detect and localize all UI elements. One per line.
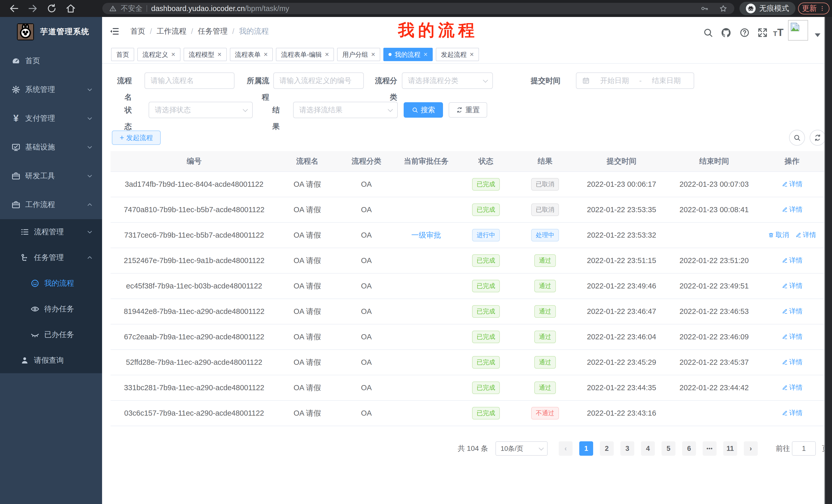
breadcrumb-item[interactable]: 首页 xyxy=(130,26,145,36)
end-date-placeholder[interactable]: 结束日期 xyxy=(645,76,688,86)
tab-label: 流程表单 xyxy=(235,50,261,59)
page-button-1[interactable]: 1 xyxy=(579,441,593,456)
detail-link[interactable]: 详情 xyxy=(782,281,803,290)
search-icon[interactable] xyxy=(703,27,713,38)
close-icon[interactable]: × xyxy=(325,51,329,58)
sidebar-item-leave-query[interactable]: 请假查询 xyxy=(0,347,102,373)
kebab-menu-icon[interactable] xyxy=(819,5,826,12)
caret-down-icon[interactable] xyxy=(815,33,821,37)
window-scrollbar-strip[interactable] xyxy=(824,17,832,504)
browser-chrome: 不安全 dashboard.yudao.iocoder.cn/bpm/task/… xyxy=(0,0,832,17)
current-task-link[interactable]: 一级审批 xyxy=(411,231,441,239)
prev-page-button[interactable]: ‹ xyxy=(559,441,573,456)
key-icon[interactable] xyxy=(700,4,709,12)
tab-start-process[interactable]: 发起流程× xyxy=(436,48,479,61)
back-arrow-icon[interactable] xyxy=(9,3,20,14)
sidebar-item-workflow[interactable]: 工作流程 xyxy=(0,190,102,219)
start-process-button[interactable]: + 发起流程 xyxy=(112,131,161,145)
process-name-input[interactable]: 请输入流程名 xyxy=(145,73,234,89)
breadcrumb-item[interactable]: 任务管理 xyxy=(198,26,228,36)
detail-link[interactable]: 详情 xyxy=(782,358,803,367)
star-icon[interactable] xyxy=(719,4,728,13)
sidebar-item-done-tasks[interactable]: 已办任务 xyxy=(0,322,102,347)
start-date-placeholder[interactable]: 开始日期 xyxy=(593,76,636,86)
help-icon[interactable] xyxy=(739,27,750,38)
close-icon[interactable]: × xyxy=(171,51,175,58)
detail-link[interactable]: 详情 xyxy=(782,409,803,417)
page-button-4[interactable]: 4 xyxy=(641,441,655,456)
warning-icon xyxy=(109,5,117,12)
sidebar-item-todo-tasks[interactable]: 待办任务 xyxy=(0,296,102,322)
result-select[interactable]: 请选择流结果 xyxy=(293,102,398,118)
status-select[interactable]: 请选择状态 xyxy=(149,102,253,118)
sidebar-item-system-mgmt[interactable]: 系统管理 xyxy=(0,75,102,104)
submit-time-daterange[interactable]: 开始日期 - 结束日期 xyxy=(576,73,694,89)
close-icon[interactable]: × xyxy=(371,51,375,58)
detail-link[interactable]: 详情 xyxy=(782,179,803,189)
cell-operations: 详情 xyxy=(760,172,824,197)
fullscreen-icon[interactable] xyxy=(757,27,768,38)
close-icon[interactable]: × xyxy=(423,51,427,58)
process-category-select[interactable]: 请选择流程分类 xyxy=(402,73,493,89)
sidebar-item-dev-tools[interactable]: 研发工具 xyxy=(0,162,102,190)
owning-process-input[interactable]: 请输入流程定义的编号 xyxy=(273,73,364,89)
tab-home[interactable]: 首页 xyxy=(111,48,134,61)
home-icon[interactable] xyxy=(65,3,76,14)
page-button-5[interactable]: 5 xyxy=(661,441,675,456)
toolbar-search-toggle-button[interactable] xyxy=(789,130,805,146)
search-button[interactable]: 搜索 xyxy=(404,102,443,118)
close-icon[interactable]: × xyxy=(470,51,474,58)
edit-pen-icon xyxy=(782,206,788,213)
update-button[interactable]: 更新 xyxy=(798,3,829,15)
sidebar-item-payment-mgmt[interactable]: ¥支付管理 xyxy=(0,104,102,133)
detail-link[interactable]: 详情 xyxy=(782,256,803,265)
security-label[interactable]: 不安全 xyxy=(121,4,142,13)
toolbar-refresh-button[interactable] xyxy=(810,130,826,146)
table-row: ec45f38f-7b9a-11ec-b03b-acde48001122OA 请… xyxy=(110,273,824,299)
cell-submit-time: 2022-01-22 23:46:47 xyxy=(575,299,669,324)
reset-button[interactable]: 重置 xyxy=(449,102,487,118)
sidebar-item-task-mgmt[interactable]: 任务管理 xyxy=(0,245,102,271)
sidebar-item-infrastructure[interactable]: 基础设施 xyxy=(0,133,102,162)
page-size-select[interactable]: 10条/页 xyxy=(495,441,548,456)
chevron-down-icon xyxy=(86,144,93,151)
detail-link[interactable]: 详情 xyxy=(782,205,803,214)
sidebar-item-process-mgmt[interactable]: 流程管理 xyxy=(0,219,102,245)
detail-link[interactable]: 详情 xyxy=(782,383,803,392)
address-bar[interactable]: 不安全 dashboard.yudao.iocoder.cn/bpm/task/… xyxy=(102,3,734,14)
tags-view-bar: 首页流程定义×流程模型×流程表单×流程表单-编辑×用户分组×我的流程×发起流程× xyxy=(102,46,824,64)
more-pages-button[interactable]: ••• xyxy=(703,441,717,456)
table-row: 819442e8-7b9a-11ec-a290-acde48001122OA 请… xyxy=(110,299,824,324)
close-icon[interactable]: × xyxy=(217,51,222,58)
breadcrumb-item[interactable]: 工作流程 xyxy=(157,26,186,36)
tab-user-group[interactable]: 用户分组× xyxy=(337,48,380,61)
sidebar-item-home[interactable]: 首页 xyxy=(0,47,102,75)
tab-my-process[interactable]: 我的流程× xyxy=(383,48,433,61)
total-count: 共 104 条 xyxy=(458,441,488,456)
page-button-6[interactable]: 6 xyxy=(682,441,696,456)
detail-link[interactable]: 详情 xyxy=(782,332,803,341)
cancel-link[interactable]: 取消 xyxy=(768,230,789,240)
avatar[interactable] xyxy=(788,20,808,40)
collapse-sidebar-icon[interactable] xyxy=(109,26,120,36)
tab-process-definition[interactable]: 流程定义× xyxy=(137,48,181,61)
detail-link[interactable]: 详情 xyxy=(782,307,803,316)
page-button-2[interactable]: 2 xyxy=(600,441,614,456)
tab-process-model[interactable]: 流程模型× xyxy=(184,48,227,61)
breadcrumb: 首页/工作流程/任务管理/我的流程 xyxy=(130,17,269,46)
reload-icon[interactable] xyxy=(46,3,57,14)
logo-avatar xyxy=(17,23,34,40)
tab-process-form-edit[interactable]: 流程表单-编辑× xyxy=(276,48,334,61)
goto-page-input[interactable]: 1 xyxy=(792,441,816,456)
tab-process-form[interactable]: 流程表单× xyxy=(230,48,273,61)
sidebar-menu: 首页系统管理¥支付管理基础设施研发工具工作流程流程管理任务管理我的流程待办任务已… xyxy=(0,47,102,373)
sidebar-item-my-process[interactable]: 我的流程 xyxy=(0,271,102,296)
detail-link[interactable]: 详情 xyxy=(795,230,816,240)
forward-arrow-icon[interactable] xyxy=(27,3,38,14)
close-icon[interactable]: × xyxy=(264,51,268,58)
page-button-11[interactable]: 11 xyxy=(723,441,737,456)
page-button-3[interactable]: 3 xyxy=(620,441,634,456)
font-size-icon[interactable]: TT xyxy=(773,27,789,37)
next-page-button[interactable]: › xyxy=(744,441,758,456)
github-icon[interactable] xyxy=(721,27,731,38)
